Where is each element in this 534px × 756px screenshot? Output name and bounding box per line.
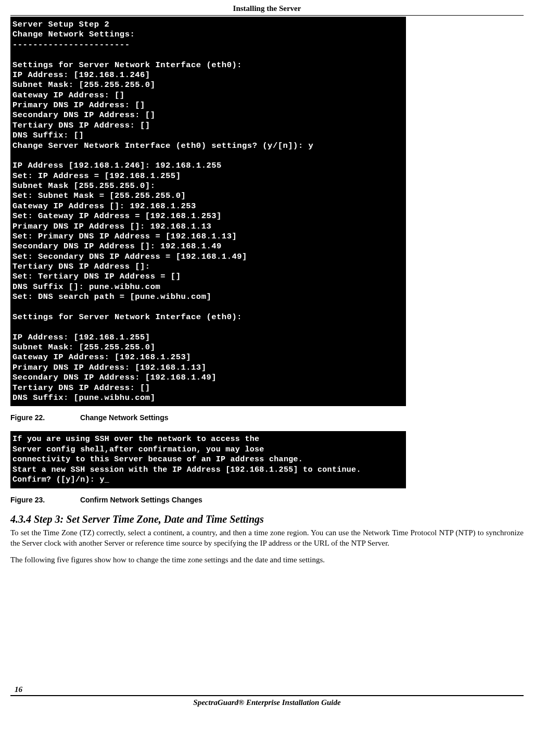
terminal-screenshot-1: Server Setup Step 2 Change Network Setti… bbox=[10, 17, 406, 406]
figure-title: Confirm Network Settings Changes bbox=[80, 496, 202, 504]
footer-divider bbox=[10, 695, 524, 696]
terminal-screenshot-2: If you are using SSH over the network to… bbox=[10, 431, 406, 488]
figure-23-caption: Figure 23. Confirm Network Settings Chan… bbox=[10, 496, 524, 504]
figure-title: Change Network Settings bbox=[80, 413, 169, 422]
figure-number: Figure 23. bbox=[10, 496, 78, 504]
footer-title: SpectraGuard® Enterprise Installation Gu… bbox=[10, 697, 524, 707]
page-header: Installing the Server bbox=[10, 0, 524, 16]
figure-number: Figure 22. bbox=[10, 413, 78, 422]
figure-22-caption: Figure 22. Change Network Settings bbox=[10, 413, 524, 422]
body-paragraph-2: The following five figures show how to c… bbox=[10, 555, 524, 565]
page-footer: 16 SpectraGuard® Enterprise Installation… bbox=[10, 685, 524, 712]
page-number: 16 bbox=[10, 685, 524, 694]
section-heading: 4.3.4 Step 3: Set Server Time Zone, Date… bbox=[10, 513, 524, 525]
body-paragraph-1: To set the Time Zone (TZ) correctly, sel… bbox=[10, 527, 524, 549]
